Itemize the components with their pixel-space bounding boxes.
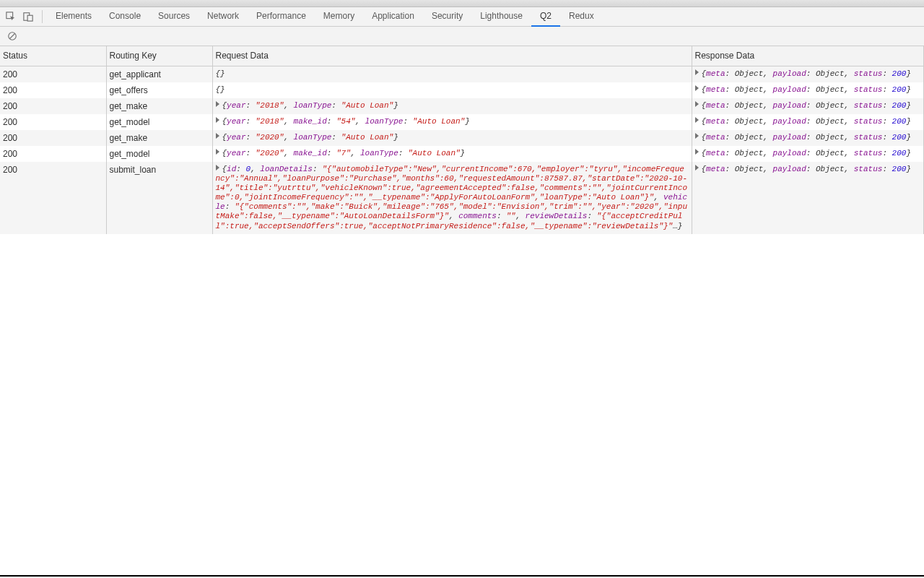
col-header-response[interactable]: Response Data <box>692 46 924 66</box>
tab-application[interactable]: Application <box>363 7 423 27</box>
window-titlebar <box>0 0 924 7</box>
table-row[interactable]: 200get_offers{}{meta: Object, payload: O… <box>0 82 924 98</box>
table-header-row: Status Routing Key Request Data Response… <box>0 46 924 66</box>
expand-icon[interactable] <box>216 149 219 155</box>
request-table-wrap: Status Routing Key Request Data Response… <box>0 46 924 577</box>
status-cell: 200 <box>0 114 106 130</box>
table-row[interactable]: 200get_model{year: "2020", make_id: "7",… <box>0 146 924 162</box>
expand-icon[interactable] <box>695 165 699 171</box>
table-row[interactable]: 200get_make{year: "2020", loanType: "Aut… <box>0 130 924 146</box>
request-cell[interactable]: {id: 0, loanDetails: "{"automobileType":… <box>212 162 692 234</box>
col-header-request[interactable]: Request Data <box>212 46 692 66</box>
tab-performance[interactable]: Performance <box>248 7 315 27</box>
tab-q2[interactable]: Q2 <box>531 7 560 27</box>
device-toggle-icon[interactable] <box>20 9 36 25</box>
expand-icon[interactable] <box>216 165 219 171</box>
tab-lighthouse[interactable]: Lighthouse <box>471 7 531 27</box>
status-cell: 200 <box>0 82 106 98</box>
tab-memory[interactable]: Memory <box>315 7 363 27</box>
tab-security[interactable]: Security <box>423 7 471 27</box>
response-cell[interactable]: {meta: Object, payload: Object, status: … <box>692 82 924 98</box>
col-header-routing[interactable]: Routing Key <box>106 46 212 66</box>
expand-icon[interactable] <box>695 133 699 139</box>
response-cell[interactable]: {meta: Object, payload: Object, status: … <box>692 130 924 146</box>
response-cell[interactable]: {meta: Object, payload: Object, status: … <box>692 162 924 234</box>
inspect-icon[interactable] <box>3 9 19 25</box>
expand-icon[interactable] <box>695 69 699 75</box>
expand-icon[interactable] <box>695 101 699 107</box>
panel-toolbar <box>0 27 924 46</box>
svg-rect-2 <box>27 15 32 21</box>
tab-network[interactable]: Network <box>199 7 248 27</box>
request-table: Status Routing Key Request Data Response… <box>0 46 924 234</box>
col-header-status[interactable]: Status <box>0 46 106 66</box>
table-row[interactable]: 200get_model{year: "2018", make_id: "54"… <box>0 114 924 130</box>
request-cell[interactable]: {year: "2018", loanType: "Auto Loan"} <box>212 98 692 114</box>
status-cell: 200 <box>0 98 106 114</box>
expand-icon[interactable] <box>216 117 219 123</box>
table-row[interactable]: 200submit_loan{id: 0, loanDetails: "{"au… <box>0 162 924 234</box>
expand-icon[interactable] <box>216 133 219 139</box>
routing-cell: get_applicant <box>106 66 212 82</box>
tab-sources[interactable]: Sources <box>149 7 199 27</box>
routing-cell: get_model <box>106 114 212 130</box>
request-cell[interactable]: {year: "2020", loanType: "Auto Loan"} <box>212 130 692 146</box>
response-cell[interactable]: {meta: Object, payload: Object, status: … <box>692 114 924 130</box>
routing-cell: get_offers <box>106 82 212 98</box>
svg-line-4 <box>10 34 15 39</box>
expand-icon[interactable] <box>216 101 219 107</box>
response-cell[interactable]: {meta: Object, payload: Object, status: … <box>692 146 924 162</box>
status-cell: 200 <box>0 130 106 146</box>
status-cell: 200 <box>0 162 106 234</box>
expand-icon[interactable] <box>695 149 699 155</box>
status-cell: 200 <box>0 66 106 82</box>
routing-cell: submit_loan <box>106 162 212 234</box>
request-cell[interactable]: {year: "2020", make_id: "7", loanType: "… <box>212 146 692 162</box>
table-row[interactable]: 200get_applicant{}{meta: Object, payload… <box>0 66 924 82</box>
request-cell[interactable]: {year: "2018", make_id: "54", loanType: … <box>212 114 692 130</box>
tab-redux[interactable]: Redux <box>560 7 603 27</box>
request-cell[interactable]: {} <box>212 82 692 98</box>
request-cell[interactable]: {} <box>212 66 692 82</box>
tab-elements[interactable]: Elements <box>47 7 100 27</box>
routing-cell: get_make <box>106 130 212 146</box>
devtools-tabbar: ElementsConsoleSourcesNetworkPerformance… <box>0 7 924 27</box>
expand-icon[interactable] <box>695 117 699 123</box>
clear-icon[interactable] <box>4 28 20 44</box>
tabbar-divider <box>42 10 43 23</box>
response-cell[interactable]: {meta: Object, payload: Object, status: … <box>692 98 924 114</box>
response-cell[interactable]: {meta: Object, payload: Object, status: … <box>692 66 924 82</box>
tab-console[interactable]: Console <box>100 7 149 27</box>
status-cell: 200 <box>0 146 106 162</box>
expand-icon[interactable] <box>695 85 699 91</box>
routing-cell: get_model <box>106 146 212 162</box>
table-row[interactable]: 200get_make{year: "2018", loanType: "Aut… <box>0 98 924 114</box>
routing-cell: get_make <box>106 98 212 114</box>
